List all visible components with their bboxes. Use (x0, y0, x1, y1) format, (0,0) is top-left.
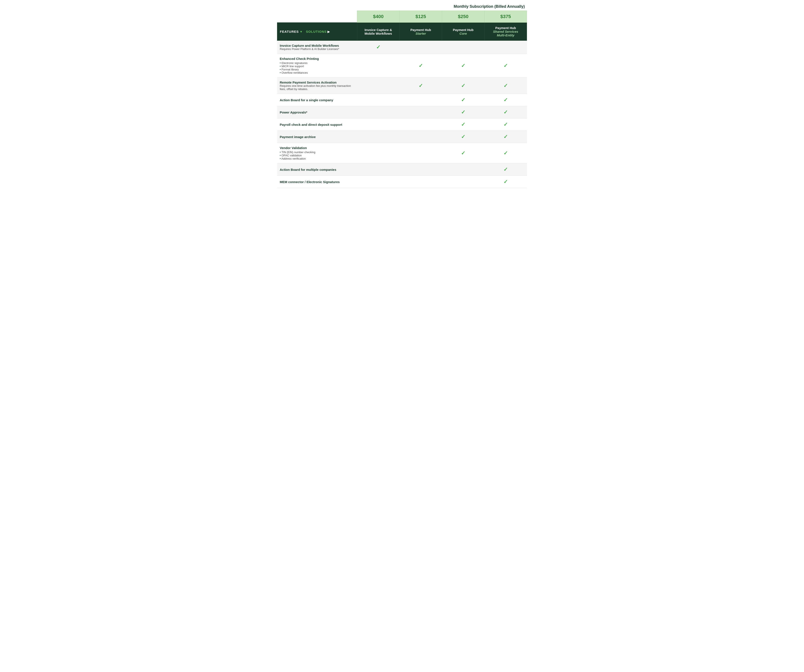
check-cell: ✓ (442, 143, 484, 163)
feature-subtitle: Requires one-time activation fee plus mo… (280, 84, 355, 91)
checkmark-icon: ✓ (461, 121, 465, 127)
checkmark-icon: ✓ (461, 97, 465, 103)
checkmark-icon: ✓ (461, 83, 465, 88)
check-cell (357, 163, 399, 176)
feature-title: Remote Payment Services Activation (280, 80, 355, 84)
check-cell: ✓ (442, 131, 484, 143)
price-row-empty (277, 11, 357, 23)
checkmark-icon: ✓ (503, 109, 508, 115)
check-cell (442, 41, 484, 54)
feature-row: Remote Payment Services ActivationRequir… (277, 78, 527, 94)
check-cell (442, 163, 484, 176)
feature-bullet-item: OFAC validation (280, 154, 355, 157)
checkmark-icon: ✓ (376, 44, 381, 50)
column-header-row: FEATURES ▼ SOLUTIONS ▶ Invoice Capture &… (277, 23, 527, 41)
feature-cell: MEM connector / Electronic Signatures (277, 176, 357, 188)
feature-cell: Payment image archive (277, 131, 357, 143)
checkmark-icon: ✓ (503, 63, 508, 69)
checkmark-icon: ✓ (503, 121, 508, 127)
col4-name: Payment Hub (495, 26, 516, 30)
feature-cell: Vendor ValidationTIN (EIN) number checki… (277, 143, 357, 163)
feature-cell: Payroll check and direct deposit support (277, 119, 357, 131)
monthly-subscription-header: Monthly Subscription (Billed Annually) (277, 4, 527, 11)
feature-bullet-item: Format library (280, 68, 355, 71)
check-cell (399, 143, 442, 163)
col2-header: Payment Hub Starter (399, 23, 442, 41)
features-arrow-icon: ▼ (300, 30, 303, 33)
check-cell: ✓ (484, 143, 527, 163)
feature-title: Payment image archive (280, 135, 355, 139)
checkmark-icon: ✓ (461, 134, 465, 140)
check-cell: ✓ (442, 94, 484, 106)
col4-sub2: Multi-Entity (497, 33, 515, 37)
feature-bullet-item: Address verification (280, 157, 355, 160)
check-cell: ✓ (442, 78, 484, 94)
feature-subtitle: Requires Power Platform & AI Builder Lic… (280, 47, 355, 51)
check-cell (357, 143, 399, 163)
feature-cell: Action Board for a single company (277, 94, 357, 106)
col3-sub: Core (459, 32, 467, 35)
check-cell (399, 119, 442, 131)
feature-row: Enhanced Check PrintingElectronic signat… (277, 54, 527, 78)
col1-name: Invoice Capture & (364, 28, 392, 32)
check-cell: ✓ (442, 106, 484, 119)
feature-title: Payroll check and direct deposit support (280, 123, 355, 126)
check-cell (357, 131, 399, 143)
check-cell (357, 94, 399, 106)
col4-sub1: Shared Services (493, 30, 518, 33)
feature-cell: Enhanced Check PrintingElectronic signat… (277, 54, 357, 78)
solutions-label: SOLUTIONS (306, 30, 327, 33)
check-cell: ✓ (484, 131, 527, 143)
checkmark-icon: ✓ (461, 109, 465, 115)
check-cell: ✓ (484, 176, 527, 188)
feature-bullets-list: TIN (EIN) number checkingOFAC validation… (280, 150, 355, 160)
price-col3: $250 (442, 11, 484, 23)
feature-cell: Invoice Capture and Mobile WorkflowsRequ… (277, 41, 357, 54)
checkmark-icon: ✓ (503, 83, 508, 88)
price-col2: $125 (399, 11, 442, 23)
check-cell (357, 106, 399, 119)
feature-row: Payroll check and direct deposit support… (277, 119, 527, 131)
feature-row: Vendor ValidationTIN (EIN) number checki… (277, 143, 527, 163)
check-cell (357, 119, 399, 131)
price-col4: $375 (484, 11, 527, 23)
col3-header: Payment Hub Core (442, 23, 484, 41)
check-cell: ✓ (484, 54, 527, 78)
col4-header: Payment Hub Shared Services Multi-Entity (484, 23, 527, 41)
check-cell (399, 106, 442, 119)
checkmark-icon: ✓ (503, 179, 508, 184)
feature-row: Payment image archive✓✓ (277, 131, 527, 143)
check-cell (357, 78, 399, 94)
checkmark-icon: ✓ (418, 63, 423, 69)
checkmark-icon: ✓ (503, 134, 508, 140)
feature-cell: Action Board for multiple companies (277, 163, 357, 176)
check-cell: ✓ (484, 163, 527, 176)
feature-bullets-list: Electronic signaturesMICR line supportFo… (280, 60, 355, 74)
feature-row: Action Board for a single company✓✓ (277, 94, 527, 106)
comparison-table-wrapper: Monthly Subscription (Billed Annually) $… (273, 0, 531, 192)
check-cell: ✓ (357, 41, 399, 54)
check-cell: ✓ (442, 119, 484, 131)
checkmark-icon: ✓ (503, 150, 508, 156)
price-row: $400 $125 $250 $375 (277, 11, 527, 23)
feature-row: MEM connector / Electronic Signatures✓ (277, 176, 527, 188)
checkmark-icon: ✓ (418, 83, 423, 88)
feature-title: MEM connector / Electronic Signatures (280, 180, 355, 184)
feature-row: Invoice Capture and Mobile WorkflowsRequ… (277, 41, 527, 54)
check-cell (399, 176, 442, 188)
feature-title: Action Board for multiple companies (280, 168, 355, 171)
check-cell (399, 131, 442, 143)
col2-name: Payment Hub (410, 28, 431, 32)
checkmark-icon: ✓ (461, 150, 465, 156)
check-cell (399, 163, 442, 176)
check-cell (399, 94, 442, 106)
check-cell: ✓ (484, 119, 527, 131)
col2-sub: Starter (415, 32, 426, 35)
feature-bullet-item: Overflow remittances (280, 71, 355, 74)
check-cell (357, 176, 399, 188)
check-cell (442, 176, 484, 188)
check-cell (357, 54, 399, 78)
solutions-arrow-icon: ▶ (327, 30, 330, 33)
price-col1: $400 (357, 11, 399, 23)
features-label: FEATURES (280, 30, 299, 33)
